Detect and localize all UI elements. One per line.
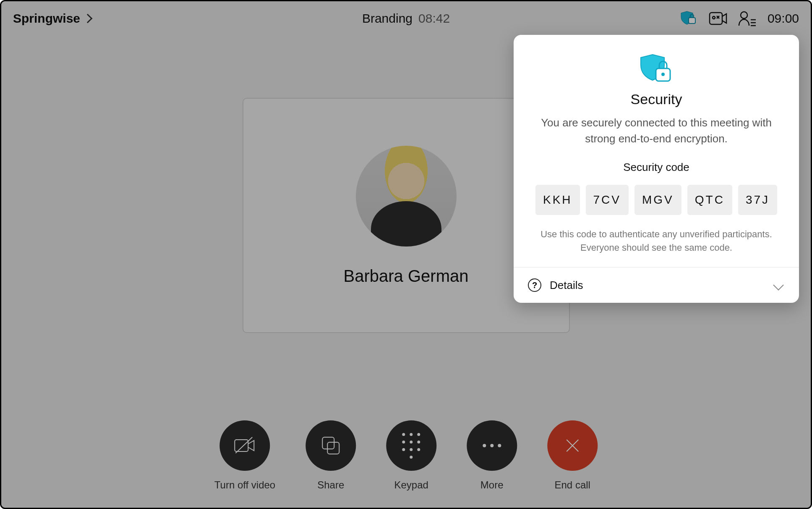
security-code-chip: 37J [738,185,777,215]
security-hint: Use this code to authenticate any unveri… [531,228,781,254]
details-row[interactable]: ? Details [514,267,799,303]
security-code-row: KKH 7CV MGV QTC 37J [531,185,781,215]
security-code-chip: QTC [687,185,732,215]
security-code-label: Security code [531,161,781,174]
shield-lock-icon [531,52,781,86]
security-code-chip: 7CV [586,185,629,215]
security-code-chip: MGV [634,185,681,215]
chevron-down-icon [773,280,783,290]
svg-point-14 [661,73,665,76]
security-description: You are securely connected to this meeti… [531,115,781,147]
security-popover: Security You are securely connected to t… [514,35,799,303]
security-code-chip: KKH [535,185,580,215]
help-icon: ? [528,278,541,292]
details-label: Details [550,279,766,292]
security-title: Security [531,91,781,108]
